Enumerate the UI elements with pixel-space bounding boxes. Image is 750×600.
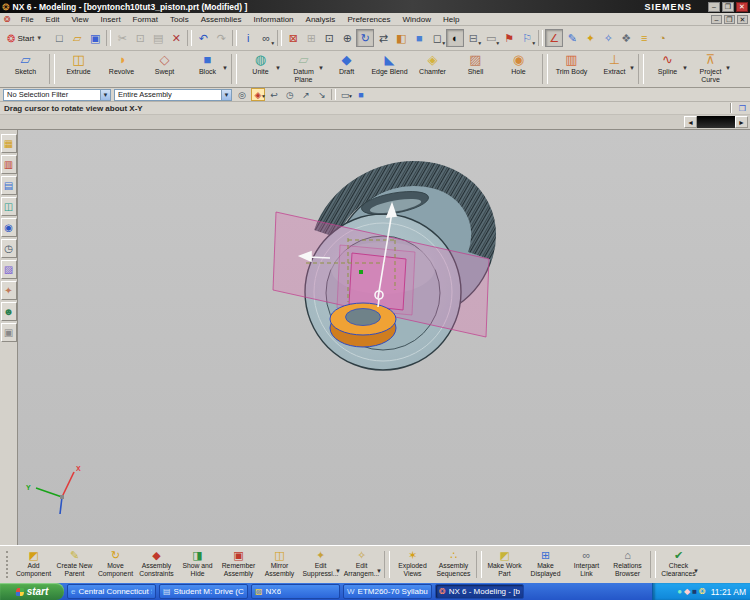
constraints-display-button[interactable]: ≡▼ — [635, 29, 653, 47]
assembly-constraints-button[interactable]: ◆Assembly Constraints▼ — [136, 547, 177, 582]
mirror-assembly-button[interactable]: ◫Mirror Assembly▼ — [259, 547, 300, 582]
rendering-style-button[interactable]: ◻▼ — [428, 29, 446, 47]
remember-assembly-button[interactable]: ▣Remember Assembly▼ — [218, 547, 259, 582]
selection-filter-combo[interactable]: No Selection Filter ▼ — [3, 89, 111, 101]
assembly-button[interactable]: ▼ — [384, 551, 390, 578]
undo-selection-icon[interactable]: ↩▼ — [267, 88, 281, 101]
find-button[interactable]: ∞▼ — [257, 29, 275, 47]
background-color-button[interactable]: ▭▼ — [482, 29, 500, 47]
menu-window[interactable]: Window — [397, 15, 437, 24]
child-window-icon[interactable]: ❂ — [4, 15, 11, 24]
minimize-button[interactable]: – — [708, 2, 720, 12]
task-nx6-folder[interactable]: ▨NX6 — [251, 584, 340, 599]
exploded-views-button[interactable]: ✶Exploded Views▼ — [392, 547, 433, 582]
face-analysis-button[interactable]: ◐▼ — [446, 29, 464, 47]
internet-explorer-tab[interactable]: ◉ — [1, 218, 17, 237]
menu-assemblies[interactable]: Assemblies — [195, 15, 248, 24]
make-displayed-button[interactable]: ⊞Make Displayed▼ — [525, 547, 566, 582]
measure-angle-button[interactable]: ◔▼ — [653, 29, 671, 47]
delete-button[interactable]: ✕▼ — [167, 29, 185, 47]
swept-button[interactable]: ◇Swept▼ — [143, 51, 186, 87]
hole-button[interactable]: ◉Hole▼ — [497, 51, 540, 87]
extrude-button[interactable]: ◫Extrude▼ — [57, 51, 100, 87]
assembly-sequences-button[interactable]: ∴Assembly Sequences▼ — [433, 547, 474, 582]
graphics-viewport[interactable]: X Y — [18, 130, 750, 545]
dock-icon[interactable]: ❒ — [739, 104, 746, 113]
selection-icon[interactable]: ▼ — [331, 89, 336, 100]
menu-analysis[interactable]: Analysis — [300, 15, 342, 24]
history-tab[interactable]: ◷ — [1, 239, 17, 258]
check-clearances-button[interactable]: ✔Check Clearances▼ — [658, 547, 699, 582]
move-component-button[interactable]: ↻Move Component▼ — [95, 547, 136, 582]
menu-edit[interactable]: Edit — [40, 15, 66, 24]
menu-view[interactable]: View — [65, 15, 94, 24]
toolbar-icon[interactable]: ▼ — [106, 30, 111, 46]
scenes-tab[interactable]: ▣ — [1, 323, 17, 342]
sketch-point[interactable] — [359, 270, 363, 274]
csys-orientation-button[interactable]: ∠▼ — [545, 29, 563, 47]
sketch-curve-button[interactable]: ✎▼ — [563, 29, 581, 47]
zoom-in-out-button[interactable]: ⊕▼ — [338, 29, 356, 47]
edit-arrangements-button[interactable]: ✧Edit Arrangem...▼ — [341, 547, 382, 582]
start-button[interactable]: start — [0, 583, 64, 600]
fit-view-button[interactable]: ⊠▼ — [284, 29, 302, 47]
information-window-button[interactable]: i▼ — [239, 29, 257, 47]
menu-insert[interactable]: Insert — [95, 15, 127, 24]
menu-help[interactable]: Help — [437, 15, 465, 24]
arrow-up-icon[interactable]: ↗▼ — [299, 88, 313, 101]
extract-button[interactable]: ⊥Extract▼ — [593, 51, 636, 87]
scroll-left-button[interactable]: ◄ — [684, 116, 697, 128]
relations-browser-button[interactable]: ⌂Relations Browser▼ — [607, 547, 648, 582]
cut-button[interactable]: ✂▼ — [113, 29, 131, 47]
menu-information[interactable]: Information — [248, 15, 300, 24]
scroll-right-button[interactable]: ► — [735, 116, 748, 128]
menu-file[interactable]: File — [15, 15, 40, 24]
chevron-down-icon[interactable]: ▼ — [100, 90, 110, 100]
toolbar-icon[interactable]: ▼ — [187, 30, 192, 46]
restore-button[interactable]: ❐ — [722, 2, 734, 12]
constraint-navigator-tab[interactable]: ▥ — [1, 155, 17, 174]
zoom-box-button[interactable]: ⊡▼ — [320, 29, 338, 47]
key-blue-button[interactable]: ✧▼ — [599, 29, 617, 47]
rotate-view-button[interactable]: ↻▼ — [356, 29, 374, 47]
datum-plane-button[interactable]: ▱Datum Plane▼ — [282, 51, 325, 87]
trim-body-button[interactable]: ▥Trim Body▼ — [550, 51, 593, 87]
paste-button[interactable]: ▤▼ — [149, 29, 167, 47]
revolve-button[interactable]: ◑Revolve▼ — [100, 51, 143, 87]
toolbar-grip[interactable] — [6, 551, 9, 578]
open-button[interactable]: ▱▼ — [68, 29, 86, 47]
reuse-library-tab[interactable]: ◫ — [1, 197, 17, 216]
interpart-selection-icon[interactable]: ◎▼ — [235, 88, 249, 101]
menu-tools[interactable]: Tools — [164, 15, 195, 24]
selection-scope-icon[interactable]: ◈▼ — [251, 88, 265, 101]
history-selection-icon[interactable]: ◷▼ — [283, 88, 297, 101]
task-student-drive[interactable]: ▤Student M: Drive (Co... — [159, 584, 248, 599]
orient-view-alt-button[interactable]: ⚐▼ — [518, 29, 536, 47]
selection-scope-combo[interactable]: Entire Assembly ▼ — [114, 89, 232, 101]
scroll-track[interactable] — [697, 116, 735, 128]
arrow-down-icon[interactable]: ↘▼ — [315, 88, 329, 101]
orient-view-button[interactable]: ⚑▼ — [500, 29, 518, 47]
rectangle-select-icon[interactable]: ▭▼ — [338, 88, 352, 101]
pin-boss-component[interactable] — [330, 303, 396, 347]
edge-blend-button[interactable]: ◣Edge Blend▼ — [368, 51, 411, 87]
redo-button[interactable]: ↷▼ — [212, 29, 230, 47]
add-component-button[interactable]: ◩Add Component▼ — [13, 547, 54, 582]
assembly-navigator-tab[interactable]: ▦ — [1, 134, 17, 153]
feature-button[interactable]: ▼ — [231, 54, 237, 84]
tray-nx-icon[interactable]: ❂ — [699, 587, 706, 596]
make-work-part-button[interactable]: ◩Make Work Part▼ — [484, 547, 525, 582]
tray-shield-icon[interactable]: ◆ — [684, 587, 690, 596]
tray-network-icon[interactable]: ● — [677, 587, 682, 596]
show-and-hide-button[interactable]: ◨Show and Hide▼ — [177, 547, 218, 582]
toolbar-icon[interactable]: ▼ — [277, 30, 282, 46]
new-file-button[interactable]: □▼ — [50, 29, 68, 47]
interpart-link-button[interactable]: ∞Interpart Link▼ — [566, 547, 607, 582]
process-studio-tab[interactable]: ▨ — [1, 260, 17, 279]
piston-3d-model[interactable]: X Y — [18, 130, 750, 545]
zoom-button[interactable]: ⊞▼ — [302, 29, 320, 47]
task-nx-modeling[interactable]: ❂NX 6 - Modeling - [bo... — [435, 584, 524, 599]
select-tool-button[interactable]: ❖▼ — [617, 29, 635, 47]
pan-view-button[interactable]: ⇄▼ — [374, 29, 392, 47]
block-button[interactable]: ■Block▼ — [186, 51, 229, 87]
